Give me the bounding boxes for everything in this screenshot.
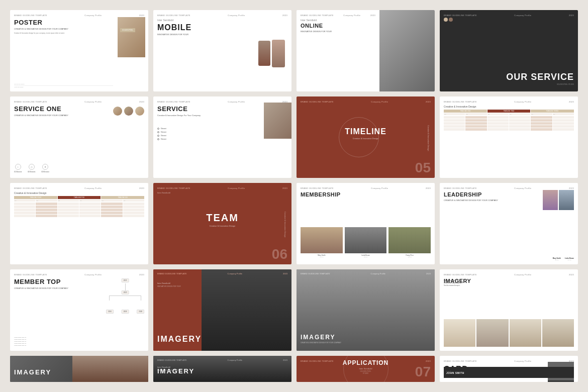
member-role-1: Title Job	[301, 256, 343, 257]
timeline-title-block: TIMELINE Creative & Innovative Design	[345, 127, 386, 139]
slide-poster[interactable]: BRAND GUIDELINE TEMPLATE Company Profile…	[10, 10, 148, 91]
slide-leadership[interactable]: BRAND GUIDELINE TEMPLATE Company Profile…	[440, 183, 578, 264]
chart-year-bl: 2024	[106, 310, 114, 314]
year-label: 2023	[569, 187, 574, 189]
slide-mobile[interactable]: BRAND GUIDELINE TEMPLATE Company Profile…	[153, 10, 291, 91]
sh5: Sub	[101, 200, 122, 202]
slide-membership[interactable]: BRAND GUIDELINE TEMPLATE Company Profile…	[297, 183, 435, 264]
app-tag2: STUDIO	[343, 372, 388, 374]
chart-year-mid: 2020	[122, 290, 129, 295]
company-label: Company Profile	[228, 359, 243, 361]
company-label: Company Profile	[84, 101, 102, 103]
slide-imagery-white[interactable]: BRAND GUIDELINE TEMPLATE Company Profile…	[440, 269, 578, 351]
company-label: Company Profile	[371, 101, 388, 103]
figure-1	[444, 319, 475, 347]
brand-label: BRAND GUIDELINE TEMPLATE	[157, 272, 187, 275]
brand-label: BRAND GUIDELINE TEMPLATE	[444, 14, 477, 17]
chart-node-bc: 2026	[122, 310, 129, 314]
icon-circle-2: ◇	[29, 164, 35, 170]
cell-4-5	[531, 125, 552, 128]
chart-node-mid: 2020	[122, 290, 129, 295]
chart-node-bl: 2024	[106, 310, 114, 314]
brand-label: BRAND GUIDELINE TEMPLATE	[14, 14, 47, 17]
slide-header: BRAND GUIDELINE TEMPLATE Company Profile…	[444, 273, 574, 276]
year-label: 2023	[283, 359, 287, 361]
slide-imagery-photo[interactable]: BRAND GUIDELINE TEMPLATE Company Profile…	[297, 269, 435, 351]
imagery-title: IMAGERY	[301, 334, 431, 341]
slide-team[interactable]: BRAND GUIDELINE TEMPLATE Company Profile…	[153, 183, 291, 264]
cell-3-3	[487, 122, 509, 125]
slide-application[interactable]: BRAND GUIDELINE TEMPLATE Company Profile…	[297, 356, 435, 382]
cell-1-4	[509, 116, 530, 119]
year-label: 2023	[426, 187, 431, 189]
table-category: Creative & Innovative Design	[14, 191, 144, 194]
year-label: 2023	[139, 187, 144, 189]
company-label: Company Profile	[514, 187, 531, 189]
cell-2-2	[465, 119, 486, 122]
slide-our-service[interactable]: BRAND GUIDELINE TEMPLATE Company Profile…	[440, 10, 578, 91]
slide-title: OUR SERVICE	[444, 72, 574, 82]
divider	[14, 85, 113, 86]
card-nameplate: TITLE JOHN SMITH	[444, 367, 574, 378]
team-subtitle: Creative & Innovative Design	[206, 225, 239, 227]
leadership-photos	[543, 190, 574, 210]
chart-year-bc: 2026	[122, 310, 129, 314]
phone-display	[251, 15, 291, 91]
member-3: Fanny Prior Title Job	[388, 227, 431, 257]
cell-1-3	[487, 116, 509, 119]
slide-member-top[interactable]: BRAND GUIDELINE TEMPLATE Company Profile…	[10, 269, 148, 351]
slide-title: ONLINE	[301, 23, 375, 29]
poster-image: GOLDEN PIXEL	[118, 17, 145, 57]
service-image	[264, 103, 291, 139]
slide-timeline[interactable]: BRAND GUIDELINE TEMPLATE Company Profile…	[297, 96, 435, 178]
slide-header: BRAND GUIDELINE TEMPLATE Company Profile…	[301, 187, 431, 189]
col-2: TIMELINE FIVE	[58, 196, 101, 199]
brand-label: BRAND GUIDELINE TEMPLATE	[157, 101, 190, 103]
slide-card[interactable]: BRAND GUIDELINE TEMPLATE Company Profile…	[440, 356, 578, 382]
chart-year-top: 2022	[122, 278, 129, 282]
chart-line-l	[109, 296, 110, 301]
sub-h2: Sub	[465, 113, 486, 115]
cell-1-5	[531, 116, 552, 119]
member-photo-3	[388, 227, 431, 253]
year-label: 2023	[370, 14, 375, 17]
leader-role-2: Title Job	[565, 259, 574, 260]
year-label: 2023	[282, 187, 287, 189]
slide-online[interactable]: BRAND GUIDELINE TEMPLATE Company Profile…	[297, 10, 435, 91]
sub-h6: Sub	[553, 113, 574, 115]
person-title-block: IMAGERY	[157, 367, 194, 375]
membership-photos: Mary Smith Title Job Linda Brown Title J…	[301, 227, 431, 257]
slide-timeline-table[interactable]: BRAND GUIDELINE TEMPLATE Company Profile…	[440, 96, 578, 178]
slide-service-one[interactable]: BRAND GUIDELINE TEMPLATE Company Profile…	[10, 96, 148, 178]
phone-left	[258, 41, 270, 66]
col-1: TIMELINE ONE	[444, 110, 487, 113]
leader-photo-1	[543, 190, 558, 210]
slide-header: BRAND GUIDELINE TEMPLATE Company Profile…	[444, 101, 574, 103]
slide-imagery-dark[interactable]: IMAGERY	[10, 356, 148, 382]
slide-imagery-terra[interactable]: BRAND GUIDELINE TEMPLATE Company Profile…	[153, 269, 291, 351]
sub-h5: Sub	[531, 113, 552, 115]
company-label: Company Profile	[371, 272, 386, 275]
slide-imagery-person[interactable]: BRAND GUIDELINE TEMPLATE Company Profile…	[153, 356, 291, 382]
slide-header: BRAND GUIDELINE TEMPLATE Company Profile…	[444, 187, 574, 189]
item-text-4: Element	[161, 138, 166, 140]
item-dot-1	[157, 128, 159, 130]
slide-timeline-four[interactable]: BRAND GUIDELINE TEMPLATE Company Profile…	[10, 183, 148, 264]
slide-header: BRAND GUIDELINE TEMPLATE Company Profile…	[301, 14, 375, 17]
cell-5-1	[444, 128, 465, 131]
phone-screen-left	[258, 41, 270, 66]
brand-label: BRAND GUIDELINE TEMPLATE	[444, 360, 477, 362]
team-side-text: Creative & Innovative Design	[284, 212, 286, 238]
profile-circles	[113, 107, 144, 116]
poster-tag: GOLDEN PIXEL	[120, 28, 135, 32]
brand-label: BRAND GUIDELINE TEMPLATE	[444, 187, 477, 189]
slide-service[interactable]: BRAND GUIDELINE TEMPLATE Company Profile…	[153, 96, 291, 178]
chart-year-br: 2028	[137, 310, 144, 314]
year-label: 2023	[426, 272, 431, 275]
r2	[14, 206, 144, 208]
company-label: Company Profile	[228, 101, 245, 103]
imagery-content: IMAGERY CREATIVE & INNOVATIVE DESIGN FOR…	[301, 334, 431, 344]
imagery-figures	[444, 319, 574, 347]
slide-header: BRAND GUIDELINE TEMPLATE Company Profile…	[14, 187, 144, 189]
table-header: TIMELINE ONE TIMELINE TWO TIMELINE THREE	[444, 110, 574, 113]
